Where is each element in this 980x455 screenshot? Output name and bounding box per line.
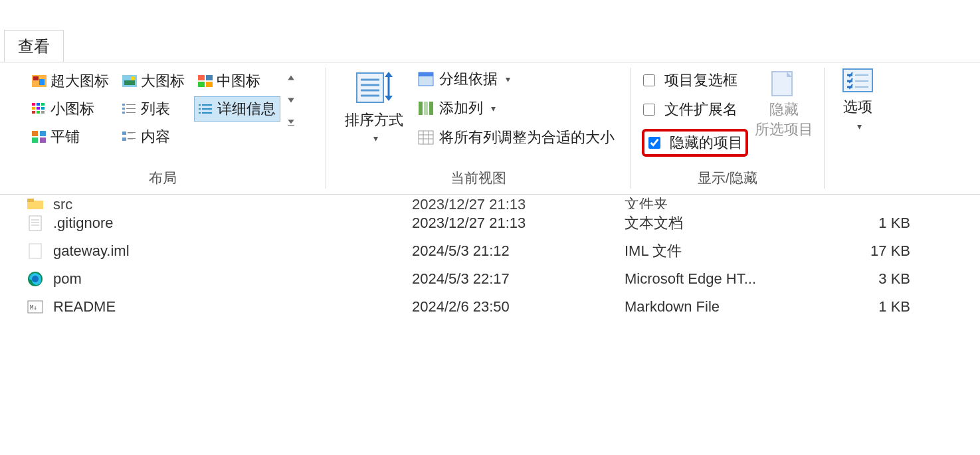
large-icons-icon — [122, 75, 137, 87]
layout-scroll-down[interactable] — [284, 90, 298, 110]
file-row[interactable]: .gitignore 2023/12/27 21:13 文本文档 1 KB — [27, 209, 967, 237]
svg-text:M↓: M↓ — [30, 304, 37, 311]
file-name: src — [53, 196, 412, 209]
file-name: pom — [53, 270, 412, 288]
svg-rect-56 — [424, 102, 428, 115]
svg-rect-30 — [202, 112, 212, 114]
svg-rect-20 — [126, 104, 136, 105]
svg-rect-55 — [419, 102, 423, 115]
group-by-icon — [418, 72, 434, 86]
file-type: Markdown File — [625, 298, 837, 316]
file-size: 17 KB — [837, 242, 917, 260]
group-layout: 超大图标 大图标 中图标 小图标 列表 — [0, 62, 326, 194]
size-columns-to-fit-button[interactable]: 将所有列调整为合适的大小 — [414, 126, 619, 149]
view-large-label: 大图标 — [141, 71, 185, 91]
sort-by-icon — [354, 70, 394, 108]
svg-rect-27 — [199, 108, 201, 110]
svg-rect-57 — [429, 102, 433, 115]
dropdown-caret-icon: ▾ — [373, 133, 378, 143]
file-extensions-toggle[interactable]: 文件扩展名 — [642, 100, 748, 120]
svg-rect-9 — [206, 82, 213, 87]
hidden-items-toggle[interactable]: 隐藏的项目 — [642, 129, 748, 157]
view-small-icons-button[interactable]: 小图标 — [28, 96, 113, 122]
hide-selected-label-2: 所选项目 — [755, 120, 813, 139]
svg-rect-28 — [202, 108, 212, 110]
file-name: .gitignore — [53, 215, 412, 232]
fit-columns-label: 将所有列调整为合适的大小 — [439, 128, 615, 147]
file-row[interactable]: gateway.iml 2024/5/3 21:12 IML 文件 17 KB — [27, 237, 967, 265]
svg-rect-4 — [124, 80, 135, 85]
file-date: 2024/2/6 23:50 — [412, 298, 625, 316]
svg-rect-29 — [199, 112, 201, 114]
svg-marker-42 — [288, 98, 294, 102]
svg-rect-2 — [39, 79, 45, 85]
svg-rect-7 — [206, 75, 213, 80]
item-checkboxes-toggle[interactable]: 项目复选框 — [642, 70, 748, 90]
item-checkboxes-checkbox[interactable] — [643, 74, 655, 86]
svg-rect-33 — [32, 137, 38, 143]
view-extra-large-label: 超大图标 — [50, 71, 109, 91]
view-list-button[interactable]: 列表 — [118, 96, 189, 122]
text-file-icon — [27, 215, 44, 232]
file-date: 2024/5/3 22:17 — [412, 270, 625, 288]
sort-by-button[interactable]: 排序方式 ▾ — [338, 68, 410, 146]
tiles-icon — [32, 131, 47, 143]
svg-rect-58 — [419, 131, 433, 144]
file-date: 2023/12/27 21:13 — [412, 196, 625, 209]
svg-rect-38 — [122, 137, 126, 141]
svg-rect-18 — [41, 111, 45, 114]
tab-view[interactable]: 查看 — [4, 30, 64, 62]
svg-rect-37 — [128, 134, 133, 134]
svg-rect-15 — [41, 107, 45, 110]
file-row[interactable]: pom 2024/5/3 22:17 Microsoft Edge HT... … — [27, 265, 967, 293]
dropdown-caret-icon: ▾ — [857, 121, 862, 132]
add-columns-icon — [418, 101, 434, 116]
options-label: 选项 — [843, 97, 872, 117]
view-tiles-label: 平铺 — [50, 127, 80, 147]
options-button[interactable]: 选项 ▾ — [842, 68, 874, 132]
file-list: src 2023/12/27 21:13 文件夹 .gitignore 2023… — [0, 195, 980, 321]
svg-rect-45 — [357, 73, 383, 102]
hide-selected-icon — [768, 68, 800, 100]
svg-rect-34 — [40, 137, 46, 143]
view-tiles-button[interactable]: 平铺 — [28, 124, 113, 149]
svg-rect-73 — [27, 199, 34, 202]
chevron-down-icon — [287, 96, 295, 104]
add-columns-button[interactable]: 添加列 ▾ — [414, 97, 619, 120]
group-options: 选项 ▾ — [825, 62, 891, 194]
svg-rect-54 — [419, 72, 433, 76]
fit-columns-icon — [418, 130, 434, 145]
view-details-button[interactable]: 详细信息 — [194, 96, 280, 122]
layout-scroll-up[interactable] — [284, 68, 298, 88]
svg-rect-12 — [41, 103, 45, 106]
file-size: 1 KB — [837, 215, 917, 232]
file-row[interactable]: M↓ README 2024/2/6 23:50 Markdown File 1… — [27, 293, 967, 321]
svg-rect-13 — [32, 107, 35, 110]
file-name: README — [53, 298, 412, 316]
ribbon: 超大图标 大图标 中图标 小图标 列表 — [0, 62, 980, 195]
svg-rect-78 — [29, 244, 41, 258]
hidden-items-checkbox[interactable] — [648, 137, 660, 149]
file-extensions-checkbox[interactable] — [643, 104, 655, 116]
view-large-icons-button[interactable]: 大图标 — [118, 68, 189, 94]
svg-rect-8 — [198, 82, 205, 87]
file-row[interactable]: src 2023/12/27 21:13 文件夹 — [27, 195, 967, 209]
ribbon-tab-strip: 查看 — [0, 30, 980, 62]
view-content-button[interactable]: 内容 — [118, 124, 189, 149]
view-list-label: 列表 — [141, 99, 170, 119]
view-extra-large-icons-button[interactable]: 超大图标 — [28, 68, 113, 94]
group-by-label: 分组依据 — [439, 69, 498, 89]
hide-selected-button: 隐藏 所选项目 — [755, 68, 813, 139]
group-by-button[interactable]: 分组依据 ▾ — [414, 68, 619, 90]
options-icon — [842, 68, 874, 93]
svg-marker-41 — [288, 75, 294, 80]
svg-rect-35 — [122, 132, 126, 135]
svg-rect-19 — [122, 104, 125, 106]
svg-rect-39 — [128, 138, 136, 139]
folder-icon — [27, 196, 44, 209]
file-type: 文本文档 — [625, 213, 837, 233]
file-type: Microsoft Edge HT... — [625, 270, 837, 288]
markdown-file-icon: M↓ — [27, 298, 44, 316]
view-medium-icons-button[interactable]: 中图标 — [194, 68, 280, 94]
layout-more-button[interactable] — [284, 113, 298, 133]
